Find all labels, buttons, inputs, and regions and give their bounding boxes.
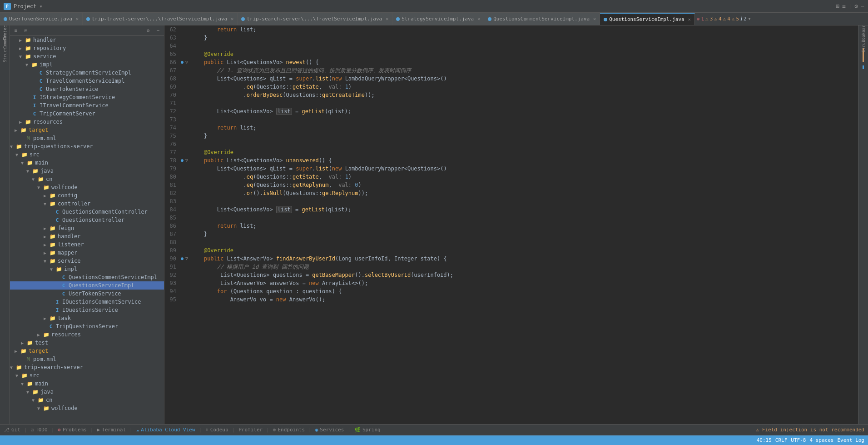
- tab-QuestionsCommentServiceImpl[interactable]: QuestionsCommentServiceImpl.java ✕: [484, 13, 600, 25]
- tab-close-icon[interactable]: ✕: [386, 16, 388, 21]
- tree-target-1[interactable]: ▶ 📁 target: [10, 126, 164, 134]
- tree-config-2[interactable]: ▶ 📁 config: [10, 191, 164, 200]
- services-label[interactable]: Services: [320, 427, 344, 433]
- arrow: ▼: [44, 201, 49, 206]
- tree-UserTokenService-1[interactable]: C UserTokenService: [10, 85, 164, 93]
- code-area[interactable]: 62 return list; 63 } 64: [164, 25, 858, 424]
- tree-QuestionsController[interactable]: C QuestionsController: [10, 216, 164, 224]
- problems-label[interactable]: Problems: [63, 427, 87, 433]
- tree-IQuestionsCommentService[interactable]: I IQuestionsCommentService: [10, 298, 164, 306]
- title-bar-left: P Project ▾: [4, 3, 43, 10]
- tree-handler[interactable]: ▶ 📁 handler: [10, 36, 164, 44]
- tree-test-2[interactable]: ▶ 📁 test: [10, 339, 164, 347]
- tree-pom-1[interactable]: M pom.xml: [10, 134, 164, 142]
- tree-btn-3[interactable]: ⚙: [144, 26, 152, 35]
- tree-feign-2[interactable]: ▶ 📁 feign: [10, 224, 164, 232]
- tree-mapper-2[interactable]: ▶ 📁 mapper: [10, 249, 164, 257]
- list-icon[interactable]: ≡: [842, 3, 846, 10]
- tree-resources-2[interactable]: ▶ 📁 resources: [10, 330, 164, 339]
- project-label[interactable]: Project: [14, 3, 37, 10]
- profiler-label[interactable]: Profiler: [238, 427, 263, 433]
- tree-btn-1[interactable]: ≡: [12, 26, 20, 35]
- tree-src-2[interactable]: ▼ 📁 src: [10, 150, 164, 159]
- tree-label: target: [29, 348, 48, 354]
- tab-close-icon[interactable]: ✕: [76, 16, 79, 21]
- structure-icon[interactable]: Structure: [1, 47, 9, 55]
- tab-bar: UserTokenService.java ✕ trip-travel-serv…: [0, 13, 868, 25]
- tree-repository[interactable]: ▶ 📁 repository: [10, 44, 164, 52]
- tab-TravelServiceImpl2[interactable]: trip-search-server\...\TravelServiceImpl…: [238, 13, 392, 25]
- tree-IQuestionsService[interactable]: I IQuestionsService: [10, 306, 164, 314]
- tree-cn-2[interactable]: ▼ 📁 cn: [10, 175, 164, 183]
- tab-StrategyServiceImpl[interactable]: StrategyServiceImpl.java ✕: [392, 13, 484, 25]
- tree-resources-1[interactable]: ▶ 📁 resources: [10, 118, 164, 126]
- tree-service-1[interactable]: ▼ 📁 service: [10, 52, 164, 60]
- minimize-icon[interactable]: −: [861, 3, 864, 10]
- structure-right-icon[interactable]: Structure: [859, 37, 868, 45]
- tree-QuestionsCommentController[interactable]: C QuestionsCommentController: [10, 208, 164, 216]
- line-content-63: }: [191, 34, 858, 42]
- tree-wolfcode-2[interactable]: ▼ 📁 wolfcode: [10, 183, 164, 191]
- tree-src-3[interactable]: ▼ 📁 src: [10, 371, 164, 380]
- layout-icon[interactable]: ⊞: [836, 3, 839, 10]
- line-num-78: 78: [164, 156, 179, 165]
- arrow: ▶: [44, 316, 49, 321]
- tree-UserTokenService-2[interactable]: C UserTokenService: [10, 290, 164, 298]
- tree-controller-2[interactable]: ▼ 📁 controller: [10, 200, 164, 208]
- tab-close-icon[interactable]: ✕: [231, 16, 233, 21]
- tree-impl-2[interactable]: ▼ 📁 impl: [10, 265, 164, 273]
- tree-listener-2[interactable]: ▶ 📁 listener: [10, 240, 164, 249]
- arrow: ▼: [32, 177, 37, 182]
- tree-TravelCommentServiceImpl[interactable]: C TravelCommentServiceImpl: [10, 77, 164, 85]
- tree-cn-3[interactable]: ▼ 📁 cn: [10, 396, 164, 404]
- tree-target-2[interactable]: ▶ 📁 target: [10, 347, 164, 355]
- tree-main-2[interactable]: ▼ 📁 main: [10, 159, 164, 167]
- sep3: |: [90, 427, 94, 433]
- folder-icon: 📁: [43, 331, 50, 338]
- tree-label: pom.xml: [33, 135, 56, 141]
- tree-service-2[interactable]: ▼ 📁 service: [10, 257, 164, 265]
- tree-btn-4[interactable]: −: [154, 26, 162, 35]
- tree-trip-questions-server[interactable]: ▼ 📁 trip-questions-server: [10, 142, 164, 150]
- charset[interactable]: UTF-8: [791, 437, 806, 443]
- event-log[interactable]: Event Log: [837, 437, 864, 443]
- git-label[interactable]: Git: [11, 427, 20, 433]
- tab-UserTokenService[interactable]: UserTokenService.java ✕: [0, 13, 83, 25]
- tree-main-3[interactable]: ▼ 📁 main: [10, 380, 164, 388]
- tree-StrategyCommentServiceImpl[interactable]: C StrategyCommentServiceImpl: [10, 69, 164, 77]
- tree-ITravelCommentService[interactable]: I ITravelCommentService: [10, 101, 164, 110]
- tree-QuestionsCommentServiceImpl[interactable]: C QuestionsCommentServiceImpl: [10, 273, 164, 281]
- tree-impl-1[interactable]: ▼ 📁 impl: [10, 60, 164, 69]
- tree-TripQuestionsServer[interactable]: C TripQuestionsServer: [10, 322, 164, 330]
- arrow: ▼: [15, 373, 21, 378]
- tree-IStrategyCommentService[interactable]: I IStrategyCommentService: [10, 93, 164, 101]
- spring-label[interactable]: Spring: [362, 427, 381, 433]
- project-dropdown-icon[interactable]: ▾: [40, 3, 43, 10]
- tree-task-2[interactable]: ▶ 📁 task: [10, 314, 164, 322]
- tab-close-icon[interactable]: ✕: [688, 17, 691, 22]
- tab-QuestionsServiceImpl[interactable]: QuestionsServiceImpl.java ✕: [600, 13, 695, 25]
- tree-java-3[interactable]: ▼ 📁 java: [10, 388, 164, 396]
- tab-close-icon[interactable]: ✕: [477, 16, 480, 21]
- cloud-label[interactable]: Alibaba Cloud View: [141, 427, 195, 433]
- indent-display[interactable]: 4 spaces: [809, 437, 833, 443]
- tree-handler-2[interactable]: ▶ 📁 handler: [10, 232, 164, 240]
- line-ending[interactable]: CRLF: [775, 437, 788, 443]
- tab-TravelServiceImpl1[interactable]: trip-travel-server\...\TravelServiceImpl…: [83, 13, 238, 25]
- tree-btn-2[interactable]: ⊞: [22, 26, 30, 35]
- tree-trip-search-server[interactable]: ▼ 📁 trip-search-server: [10, 363, 164, 371]
- settings-icon[interactable]: ⚙: [854, 3, 858, 10]
- codeup-label[interactable]: Codeup: [210, 427, 228, 433]
- tree-java-2[interactable]: ▼ 📁 java: [10, 167, 164, 175]
- tree-TripCommentServer[interactable]: C TripCommentServer: [10, 110, 164, 118]
- tab-close-icon[interactable]: ✕: [593, 16, 596, 21]
- tab-expand-icon[interactable]: ▾: [748, 16, 751, 22]
- tree-wolfcode-3[interactable]: ▼ 📁 wolfcode: [10, 404, 164, 412]
- folder-icon: 📁: [55, 265, 63, 273]
- endpoints-label[interactable]: Endpoints: [278, 427, 305, 433]
- tree-pom-2[interactable]: M pom.xml: [10, 355, 164, 363]
- tree-label: QuestionsServiceImpl: [69, 282, 134, 289]
- terminal-label[interactable]: Terminal: [102, 427, 126, 433]
- tree-QuestionsServiceImpl[interactable]: C QuestionsServiceImpl: [10, 281, 164, 290]
- todo-label[interactable]: TODO: [35, 427, 48, 433]
